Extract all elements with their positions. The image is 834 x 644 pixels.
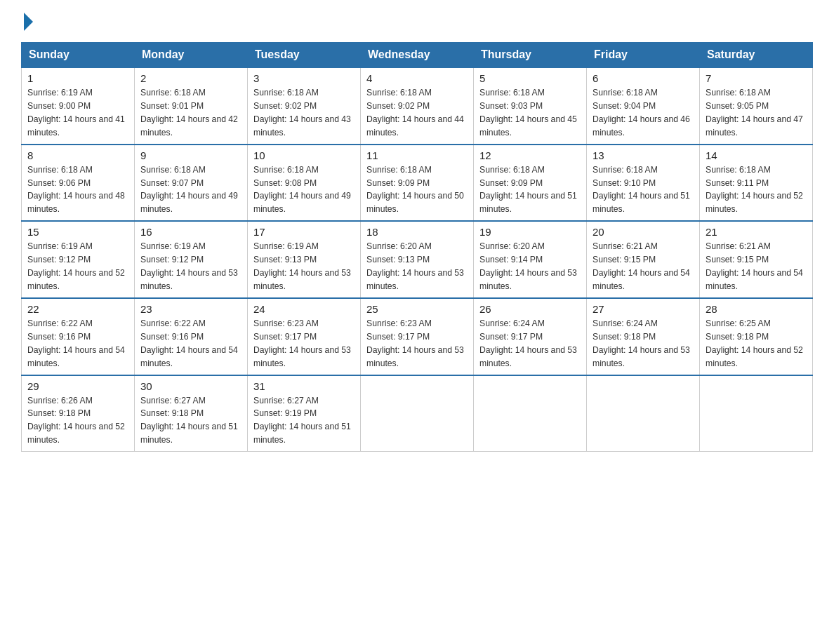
day-info: Sunrise: 6:18 AM Sunset: 9:04 PM Dayligh…	[593, 86, 694, 140]
day-number: 19	[479, 226, 581, 238]
day-number: 4	[366, 72, 468, 84]
day-number: 17	[253, 226, 355, 238]
calendar-cell	[361, 375, 474, 452]
day-number: 12	[479, 149, 581, 161]
day-number: 16	[140, 226, 241, 238]
page-header	[21, 14, 813, 29]
day-number: 14	[706, 149, 807, 161]
day-info: Sunrise: 6:24 AM Sunset: 9:17 PM Dayligh…	[479, 317, 581, 370]
calendar-cell: 23 Sunrise: 6:22 AM Sunset: 9:16 PM Dayl…	[135, 298, 248, 375]
day-number: 11	[366, 149, 468, 161]
day-number: 29	[27, 380, 128, 392]
calendar-cell: 9 Sunrise: 6:18 AM Sunset: 9:07 PM Dayli…	[135, 145, 248, 222]
day-info: Sunrise: 6:18 AM Sunset: 9:08 PM Dayligh…	[253, 163, 355, 217]
calendar-cell: 16 Sunrise: 6:19 AM Sunset: 9:12 PM Dayl…	[135, 221, 248, 298]
logo-arrow-icon	[24, 13, 33, 31]
calendar-day-header: Tuesday	[248, 43, 361, 68]
calendar-day-header: Monday	[135, 43, 248, 68]
calendar-cell: 27 Sunrise: 6:24 AM Sunset: 9:18 PM Dayl…	[587, 298, 700, 375]
calendar-cell: 13 Sunrise: 6:18 AM Sunset: 9:10 PM Dayl…	[587, 145, 700, 222]
calendar-week-row: 1 Sunrise: 6:19 AM Sunset: 9:00 PM Dayli…	[22, 67, 813, 145]
calendar-cell: 10 Sunrise: 6:18 AM Sunset: 9:08 PM Dayl…	[248, 145, 361, 222]
day-info: Sunrise: 6:18 AM Sunset: 9:02 PM Dayligh…	[253, 86, 355, 140]
day-number: 7	[706, 72, 807, 84]
day-number: 28	[706, 303, 807, 315]
day-info: Sunrise: 6:18 AM Sunset: 9:11 PM Dayligh…	[706, 163, 807, 217]
day-number: 2	[140, 72, 241, 84]
calendar-day-header: Sunday	[22, 43, 135, 68]
calendar-cell	[474, 375, 587, 452]
day-number: 25	[366, 303, 468, 315]
calendar-cell: 15 Sunrise: 6:19 AM Sunset: 9:12 PM Dayl…	[22, 221, 135, 298]
calendar-cell: 19 Sunrise: 6:20 AM Sunset: 9:14 PM Dayl…	[474, 221, 587, 298]
calendar-day-header: Friday	[587, 43, 700, 68]
day-number: 24	[253, 303, 355, 315]
day-number: 9	[140, 149, 241, 161]
day-number: 30	[140, 380, 241, 392]
calendar-cell: 5 Sunrise: 6:18 AM Sunset: 9:03 PM Dayli…	[474, 67, 587, 145]
calendar-cell: 1 Sunrise: 6:19 AM Sunset: 9:00 PM Dayli…	[22, 67, 135, 145]
day-number: 1	[27, 72, 128, 84]
day-info: Sunrise: 6:19 AM Sunset: 9:13 PM Dayligh…	[253, 240, 355, 293]
day-number: 23	[140, 303, 241, 315]
calendar-cell: 3 Sunrise: 6:18 AM Sunset: 9:02 PM Dayli…	[248, 67, 361, 145]
day-info: Sunrise: 6:26 AM Sunset: 9:18 PM Dayligh…	[27, 394, 128, 448]
day-info: Sunrise: 6:24 AM Sunset: 9:18 PM Dayligh…	[593, 317, 694, 370]
calendar-cell	[700, 375, 813, 452]
day-number: 5	[479, 72, 581, 84]
calendar-cell: 26 Sunrise: 6:24 AM Sunset: 9:17 PM Dayl…	[474, 298, 587, 375]
calendar-week-row: 8 Sunrise: 6:18 AM Sunset: 9:06 PM Dayli…	[22, 145, 813, 222]
calendar-day-header: Wednesday	[361, 43, 474, 68]
day-number: 27	[593, 303, 694, 315]
calendar-cell: 17 Sunrise: 6:19 AM Sunset: 9:13 PM Dayl…	[248, 221, 361, 298]
day-info: Sunrise: 6:18 AM Sunset: 9:05 PM Dayligh…	[706, 86, 807, 140]
calendar-cell: 7 Sunrise: 6:18 AM Sunset: 9:05 PM Dayli…	[700, 67, 813, 145]
day-info: Sunrise: 6:18 AM Sunset: 9:07 PM Dayligh…	[140, 163, 241, 217]
day-info: Sunrise: 6:23 AM Sunset: 9:17 PM Dayligh…	[366, 317, 468, 370]
day-info: Sunrise: 6:18 AM Sunset: 9:06 PM Dayligh…	[27, 163, 128, 217]
day-info: Sunrise: 6:21 AM Sunset: 9:15 PM Dayligh…	[593, 240, 694, 293]
day-info: Sunrise: 6:19 AM Sunset: 9:00 PM Dayligh…	[27, 86, 128, 140]
calendar-cell: 8 Sunrise: 6:18 AM Sunset: 9:06 PM Dayli…	[22, 145, 135, 222]
calendar-cell: 6 Sunrise: 6:18 AM Sunset: 9:04 PM Dayli…	[587, 67, 700, 145]
day-number: 3	[253, 72, 355, 84]
day-number: 20	[593, 226, 694, 238]
calendar-table: SundayMondayTuesdayWednesdayThursdayFrid…	[21, 42, 813, 452]
day-info: Sunrise: 6:22 AM Sunset: 9:16 PM Dayligh…	[27, 317, 128, 370]
day-info: Sunrise: 6:18 AM Sunset: 9:01 PM Dayligh…	[140, 86, 241, 140]
day-info: Sunrise: 6:22 AM Sunset: 9:16 PM Dayligh…	[140, 317, 241, 370]
day-info: Sunrise: 6:27 AM Sunset: 9:19 PM Dayligh…	[253, 394, 355, 448]
day-info: Sunrise: 6:19 AM Sunset: 9:12 PM Dayligh…	[140, 240, 241, 293]
day-info: Sunrise: 6:20 AM Sunset: 9:14 PM Dayligh…	[479, 240, 581, 293]
calendar-week-row: 15 Sunrise: 6:19 AM Sunset: 9:12 PM Dayl…	[22, 221, 813, 298]
day-number: 13	[593, 149, 694, 161]
day-number: 8	[27, 149, 128, 161]
day-number: 18	[366, 226, 468, 238]
calendar-cell	[587, 375, 700, 452]
logo	[21, 14, 33, 29]
day-info: Sunrise: 6:20 AM Sunset: 9:13 PM Dayligh…	[366, 240, 468, 293]
day-info: Sunrise: 6:18 AM Sunset: 9:03 PM Dayligh…	[479, 86, 581, 140]
calendar-cell: 12 Sunrise: 6:18 AM Sunset: 9:09 PM Dayl…	[474, 145, 587, 222]
calendar-day-header: Thursday	[474, 43, 587, 68]
day-info: Sunrise: 6:18 AM Sunset: 9:09 PM Dayligh…	[479, 163, 581, 217]
calendar-cell: 24 Sunrise: 6:23 AM Sunset: 9:17 PM Dayl…	[248, 298, 361, 375]
day-number: 15	[27, 226, 128, 238]
calendar-body: 1 Sunrise: 6:19 AM Sunset: 9:00 PM Dayli…	[22, 67, 813, 452]
day-number: 6	[593, 72, 694, 84]
calendar-day-header: Saturday	[700, 43, 813, 68]
calendar-cell: 28 Sunrise: 6:25 AM Sunset: 9:18 PM Dayl…	[700, 298, 813, 375]
calendar-cell: 4 Sunrise: 6:18 AM Sunset: 9:02 PM Dayli…	[361, 67, 474, 145]
calendar-header-row: SundayMondayTuesdayWednesdayThursdayFrid…	[22, 43, 813, 68]
calendar-cell: 31 Sunrise: 6:27 AM Sunset: 9:19 PM Dayl…	[248, 375, 361, 452]
calendar-cell: 2 Sunrise: 6:18 AM Sunset: 9:01 PM Dayli…	[135, 67, 248, 145]
calendar-cell: 30 Sunrise: 6:27 AM Sunset: 9:18 PM Dayl…	[135, 375, 248, 452]
day-info: Sunrise: 6:18 AM Sunset: 9:02 PM Dayligh…	[366, 86, 468, 140]
day-info: Sunrise: 6:19 AM Sunset: 9:12 PM Dayligh…	[27, 240, 128, 293]
calendar-cell: 20 Sunrise: 6:21 AM Sunset: 9:15 PM Dayl…	[587, 221, 700, 298]
calendar-cell: 22 Sunrise: 6:22 AM Sunset: 9:16 PM Dayl…	[22, 298, 135, 375]
day-info: Sunrise: 6:23 AM Sunset: 9:17 PM Dayligh…	[253, 317, 355, 370]
calendar-week-row: 29 Sunrise: 6:26 AM Sunset: 9:18 PM Dayl…	[22, 375, 813, 452]
day-info: Sunrise: 6:21 AM Sunset: 9:15 PM Dayligh…	[706, 240, 807, 293]
day-info: Sunrise: 6:27 AM Sunset: 9:18 PM Dayligh…	[140, 394, 241, 448]
